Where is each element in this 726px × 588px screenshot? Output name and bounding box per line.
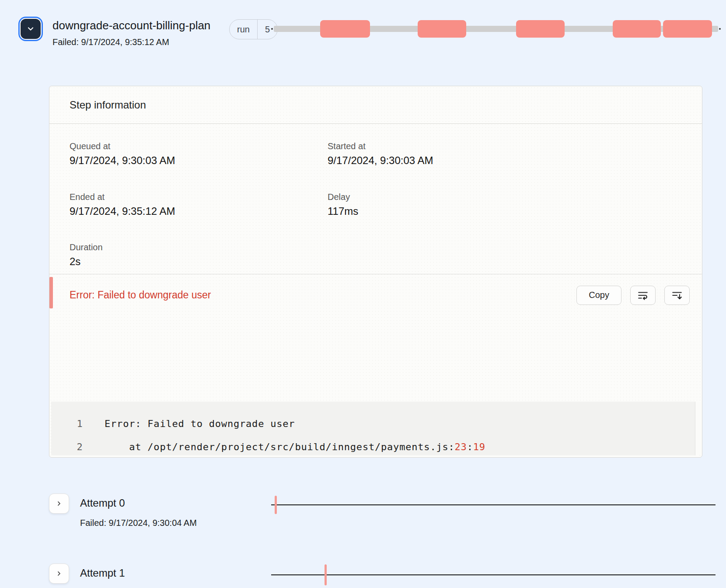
step-info-field: Duration2s bbox=[70, 242, 328, 274]
scroll-to-bottom-icon bbox=[671, 290, 683, 301]
run-timeline bbox=[274, 18, 718, 40]
timeline-end-dot bbox=[719, 28, 721, 30]
error-accent-bar bbox=[49, 277, 53, 308]
timeline-failure-block[interactable] bbox=[320, 20, 370, 38]
stack-line: 1Error: Failed to downgrade user bbox=[51, 412, 700, 435]
timeline-failure-block[interactable] bbox=[516, 20, 565, 38]
run-badge: run 5 bbox=[229, 19, 278, 39]
step-info-fields: Queued at9/17/2024, 9:30:03 AMStarted at… bbox=[49, 124, 702, 274]
wrap-text-icon bbox=[637, 290, 649, 301]
field-value: 9/17/2024, 9:35:12 AM bbox=[70, 205, 328, 217]
attempt-label: Attempt 1 bbox=[80, 567, 125, 579]
error-actions: Copy bbox=[576, 286, 690, 305]
attempt-expand-button[interactable] bbox=[49, 564, 69, 584]
step-status: Failed: 9/17/2024, 9:35:12 AM bbox=[52, 37, 223, 47]
timeline-failure-block[interactable] bbox=[418, 20, 466, 38]
step-info-field: Queued at9/17/2024, 9:30:03 AM bbox=[70, 141, 328, 173]
step-title: downgrade-account-billing-plan bbox=[52, 18, 223, 34]
chevron-right-icon bbox=[56, 500, 63, 507]
line-number: 1 bbox=[74, 418, 85, 429]
attempt-timeline-line bbox=[271, 574, 716, 575]
field-value: 117ms bbox=[328, 205, 682, 217]
line-code: at /opt/render/project/src/build/inngest… bbox=[105, 441, 485, 452]
timeline-start-dot bbox=[271, 28, 273, 30]
attempt-timeline-line bbox=[271, 504, 716, 505]
line-code: Error: Failed to downgrade user bbox=[105, 418, 295, 429]
code-scrollbar[interactable] bbox=[695, 402, 700, 455]
attempt-row: Attempt 0Failed: 9/17/2024, 9:30:04 AM bbox=[0, 494, 726, 542]
stack-line: 2 at /opt/render/project/src/build/innge… bbox=[51, 435, 700, 455]
step-info-field: Ended at9/17/2024, 9:35:12 AM bbox=[70, 192, 328, 224]
stack-trace: 1Error: Failed to downgrade user2 at /op… bbox=[51, 402, 700, 455]
step-info-card: Step information Queued at9/17/2024, 9:3… bbox=[49, 86, 702, 458]
step-info-field: Delay117ms bbox=[328, 192, 682, 224]
wrap-text-button[interactable] bbox=[630, 286, 656, 305]
step-header-text: downgrade-account-billing-plan Failed: 9… bbox=[52, 18, 223, 47]
error-message: Error: Failed to downgrade user bbox=[70, 289, 211, 301]
scroll-to-bottom-button[interactable] bbox=[664, 286, 690, 305]
step-info-header: Step information bbox=[49, 86, 702, 124]
field-label: Ended at bbox=[70, 192, 328, 202]
step-header: downgrade-account-billing-plan Failed: 9… bbox=[19, 18, 223, 47]
attempt-timeline-tick[interactable] bbox=[275, 496, 277, 514]
error-banner: Error: Failed to downgrade user Copy bbox=[49, 274, 702, 316]
field-label: Duration bbox=[70, 242, 328, 252]
step-info-title: Step information bbox=[70, 99, 146, 111]
field-label: Started at bbox=[328, 141, 682, 151]
attempt-label: Attempt 0 bbox=[80, 497, 125, 509]
chevron-right-icon bbox=[56, 570, 63, 577]
collapse-step-button[interactable] bbox=[21, 19, 41, 39]
attempt-status: Failed: 9/17/2024, 9:30:04 AM bbox=[80, 518, 197, 528]
field-value: 9/17/2024, 9:30:03 AM bbox=[328, 154, 682, 167]
field-label: Queued at bbox=[70, 141, 328, 151]
timeline-failure-block[interactable] bbox=[613, 20, 661, 38]
attempt-timeline-tick[interactable] bbox=[325, 564, 327, 585]
field-value: 2s bbox=[70, 256, 328, 268]
run-badge-label: run bbox=[230, 20, 257, 39]
attempt-expand-button[interactable] bbox=[49, 494, 69, 514]
attempt-row: Attempt 1 bbox=[0, 564, 726, 588]
copy-button[interactable]: Copy bbox=[576, 286, 621, 305]
line-number: 2 bbox=[74, 441, 85, 452]
field-label: Delay bbox=[328, 192, 682, 202]
field-value: 9/17/2024, 9:30:03 AM bbox=[70, 154, 328, 167]
chevron-down-icon bbox=[26, 24, 35, 33]
timeline-failure-block[interactable] bbox=[663, 20, 712, 38]
run-detail-view: downgrade-account-billing-plan Failed: 9… bbox=[0, 0, 726, 588]
step-info-field: Started at9/17/2024, 9:30:03 AM bbox=[328, 141, 682, 173]
